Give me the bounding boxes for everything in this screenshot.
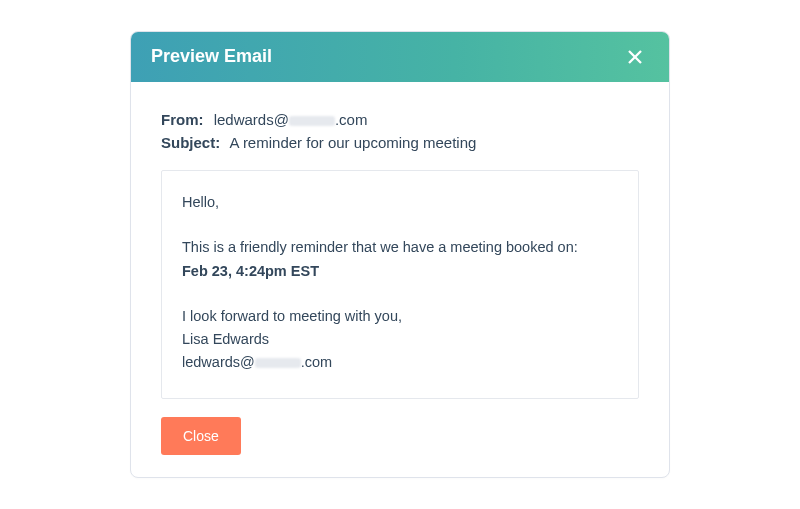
redacted-domain <box>255 358 301 368</box>
email-greeting: Hello, <box>182 191 618 214</box>
email-signature-name: Lisa Edwards <box>182 328 618 351</box>
redacted-domain <box>289 116 335 126</box>
modal-header: Preview Email <box>131 32 669 82</box>
modal-title: Preview Email <box>151 46 272 67</box>
email-meeting-datetime: Feb 23, 4:24pm EST <box>182 260 618 283</box>
from-line: From: ledwards@.com <box>161 108 639 131</box>
signature-email-prefix: ledwards@ <box>182 354 255 370</box>
subject-value: A reminder for our upcoming meeting <box>230 134 477 151</box>
from-label: From: <box>161 111 204 128</box>
preview-email-modal: Preview Email From: ledwards@.com Subjec… <box>130 31 670 479</box>
email-body-card: Hello, This is a friendly reminder that … <box>161 170 639 399</box>
from-suffix: .com <box>335 111 368 128</box>
from-prefix: ledwards@ <box>214 111 289 128</box>
email-line-reminder: This is a friendly reminder that we have… <box>182 236 618 259</box>
close-button[interactable]: Close <box>161 417 241 455</box>
subject-line: Subject: A reminder for our upcoming mee… <box>161 131 639 154</box>
close-icon[interactable] <box>621 43 649 71</box>
signature-email-suffix: .com <box>301 354 332 370</box>
subject-label: Subject: <box>161 134 220 151</box>
email-closing: I look forward to meeting with you, <box>182 305 618 328</box>
email-signature-email: ledwards@.com <box>182 351 618 374</box>
from-value: ledwards@.com <box>214 111 368 128</box>
modal-body: From: ledwards@.com Subject: A reminder … <box>131 82 669 478</box>
